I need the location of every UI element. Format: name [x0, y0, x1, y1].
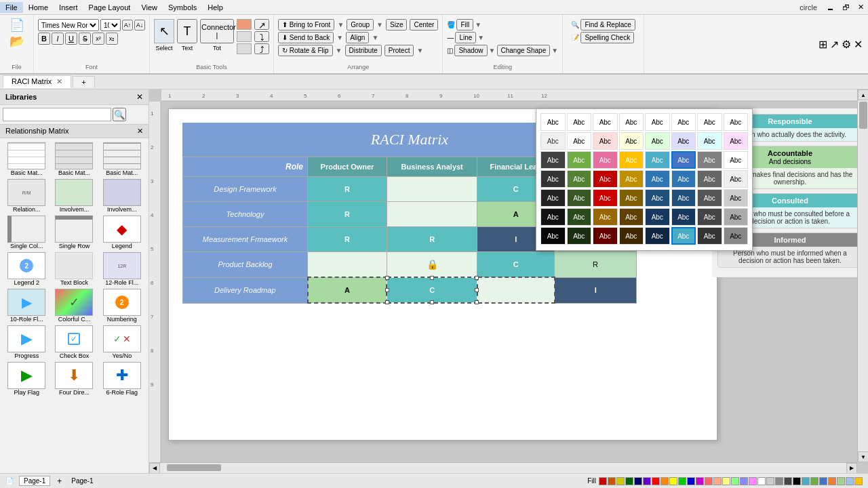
lib-item-fourdir[interactable]: ⬇ Four Dire...	[52, 362, 96, 396]
palette-color-13[interactable]	[705, 477, 713, 485]
palette-color-4[interactable]	[625, 477, 633, 485]
palette-color-16[interactable]	[731, 477, 739, 485]
style-cell-4-2[interactable]: Abc	[593, 189, 618, 207]
cell-3-1[interactable]: R	[308, 227, 387, 252]
style-cell-6-7[interactable]: Abc	[724, 227, 749, 245]
palette-color-5[interactable]	[634, 477, 642, 485]
style-cell-1-6[interactable]: Abc	[697, 132, 722, 150]
style-cell-0-6[interactable]: Abc	[697, 113, 722, 131]
cell-5-1[interactable]: A	[308, 277, 387, 303]
shape3-btn[interactable]	[237, 43, 252, 54]
palette-color-7[interactable]	[652, 477, 660, 485]
palette-color-27[interactable]	[828, 477, 836, 485]
tab-raci-matrix[interactable]: RACI Matrix ✕	[3, 75, 71, 88]
style-cell-1-7[interactable]: Abc	[724, 132, 749, 150]
palette-color-10[interactable]	[678, 477, 686, 485]
style-cell-3-2[interactable]: Abc	[593, 170, 618, 188]
align-btn[interactable]: Align	[346, 32, 369, 43]
style-cell-3-3[interactable]: Abc	[619, 170, 644, 188]
library-section-header[interactable]: Relationship Matrix ✕	[0, 125, 149, 138]
style-cell-3-6[interactable]: Abc	[697, 170, 722, 188]
text-btn[interactable]: T	[177, 19, 197, 43]
menu-item-view[interactable]: View	[136, 2, 163, 13]
style-cell-2-6[interactable]: Abc	[697, 151, 722, 169]
center-btn[interactable]: Center	[410, 19, 438, 30]
protect-btn[interactable]: Protect	[384, 45, 414, 56]
line-btn[interactable]: Line	[455, 32, 476, 43]
style-cell-2-1[interactable]: Abc	[567, 151, 592, 169]
style-cell-6-6[interactable]: Abc	[697, 227, 722, 245]
cell-4-1[interactable]	[308, 252, 387, 278]
cell-4-3[interactable]: C	[477, 252, 555, 278]
style-cell-3-4[interactable]: Abc	[645, 170, 670, 188]
screen-mode-btn[interactable]: ⊞	[818, 38, 827, 51]
lib-item-relation[interactable]: R/M Relation...	[4, 179, 49, 213]
lib-item-basic-mat-2[interactable]: Basic Mat...	[52, 142, 96, 176]
palette-color-21[interactable]	[775, 477, 783, 485]
vertical-scrollbar[interactable]: ▲ ▼	[857, 89, 868, 462]
close-app-btn[interactable]: ✕	[854, 38, 863, 51]
palette-color-18[interactable]	[749, 477, 757, 485]
lib-item-colorful[interactable]: ✓ Colorful C...	[52, 289, 96, 323]
lib-item-yesno[interactable]: ✓ ✕ Yes/No	[100, 325, 144, 359]
palette-color-19[interactable]	[757, 477, 766, 485]
palette-color-6[interactable]	[643, 477, 651, 485]
style-cell-5-3[interactable]: Abc	[619, 208, 644, 226]
connector-tool1[interactable]: ↗	[254, 19, 269, 30]
shape1-btn[interactable]	[237, 19, 252, 30]
style-cell-1-4[interactable]: Abc	[645, 132, 670, 150]
change-shape-btn[interactable]: Change Shape	[497, 45, 551, 56]
hscroll-left[interactable]: ◀	[149, 463, 160, 474]
lib-item-6roleflag[interactable]: ✚ 6-Role Flag	[100, 362, 144, 396]
vscroll-down[interactable]: ▼	[858, 451, 868, 462]
lib-item-single-row[interactable]: Single Row	[52, 216, 96, 249]
lib-item-10role[interactable]: ▶ 10-Role Fl...	[4, 289, 49, 323]
style-cell-5-1[interactable]: Abc	[567, 208, 592, 226]
new-btn[interactable]: 📄	[7, 18, 27, 33]
style-cell-2-4[interactable]: Abc	[645, 151, 670, 169]
cell-3-2[interactable]: R	[387, 227, 477, 252]
style-cell-6-4[interactable]: Abc	[645, 227, 670, 245]
library-search-input[interactable]	[3, 108, 111, 121]
lib-item-numbering[interactable]: 2 Numbering	[100, 289, 144, 323]
palette-color-17[interactable]	[740, 477, 748, 485]
lib-item-checkbox[interactable]: ✓ Check Box	[52, 325, 96, 359]
style-cell-0-3[interactable]: Abc	[619, 113, 644, 131]
subscript-btn[interactable]: x₂	[106, 33, 118, 45]
decrease-font-btn[interactable]: A↓	[134, 20, 145, 30]
style-cell-2-0[interactable]: Abc	[540, 151, 566, 169]
style-cell-0-4[interactable]: Abc	[645, 113, 670, 131]
cell-2-1[interactable]: R	[308, 202, 387, 227]
style-cell-1-0[interactable]: Abc	[540, 132, 566, 150]
hscroll-right[interactable]: ▶	[846, 463, 857, 474]
open-btn[interactable]: 📂	[7, 34, 27, 49]
cell-4-2[interactable]: 🔒	[387, 252, 477, 278]
vscroll-up[interactable]: ▲	[858, 89, 868, 100]
style-cell-6-1[interactable]: Abc	[567, 227, 592, 245]
style-cell-0-7[interactable]: Abc	[724, 113, 749, 131]
distribute-btn[interactable]: Distribute	[345, 45, 382, 56]
style-cell-5-7[interactable]: Abc	[724, 208, 749, 226]
style-cell-3-7[interactable]: Abc	[724, 170, 749, 188]
bring-to-front-btn[interactable]: ⬆ Bring to Front	[278, 19, 334, 30]
style-cell-5-6[interactable]: Abc	[697, 208, 722, 226]
menu-item-insert[interactable]: Insert	[54, 2, 83, 13]
style-cell-0-0[interactable]: Abc	[540, 113, 566, 131]
lib-item-involve-2[interactable]: Involvem...	[100, 179, 144, 213]
add-page-btn[interactable]: +	[53, 476, 66, 487]
palette-color-9[interactable]	[669, 477, 677, 485]
style-cell-4-1[interactable]: Abc	[567, 189, 592, 207]
palette-color-25[interactable]	[810, 477, 818, 485]
tab-add[interactable]: +	[73, 76, 94, 87]
font-size-select[interactable]: 10	[100, 19, 121, 31]
vscroll-thumb[interactable]	[859, 102, 867, 129]
palette-color-8[interactable]	[660, 477, 669, 485]
palette-color-15[interactable]	[722, 477, 730, 485]
find-replace-btn[interactable]: Find & Replace	[580, 19, 635, 30]
style-cell-5-0[interactable]: Abc	[540, 208, 566, 226]
lib-item-basic-mat-3[interactable]: Basic Mat...	[100, 142, 144, 176]
cell-1-2[interactable]	[387, 177, 477, 202]
palette-color-20[interactable]	[766, 477, 774, 485]
window-close[interactable]: ✕	[854, 1, 868, 13]
cell-5-3[interactable]	[477, 277, 555, 303]
